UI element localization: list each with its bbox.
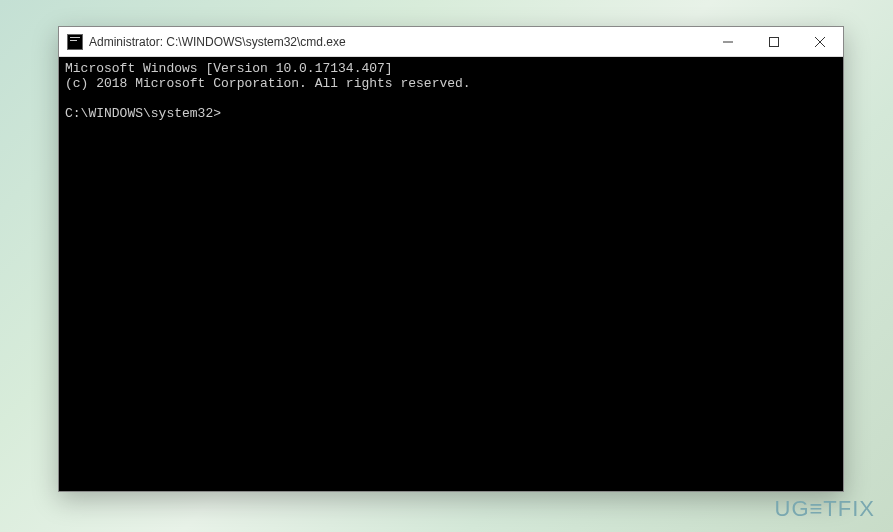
close-icon [815,37,825,47]
minimize-icon [723,37,733,47]
terminal-line: Microsoft Windows [Version 10.0.17134.40… [65,61,393,76]
minimize-button[interactable] [705,27,751,56]
maximize-icon [769,37,779,47]
terminal-prompt: C:\WINDOWS\system32> [65,106,221,121]
watermark-text: UG≡TFIX [775,496,876,522]
cmd-window: Administrator: C:\WINDOWS\system32\cmd.e… [58,26,844,492]
terminal-output[interactable]: Microsoft Windows [Version 10.0.17134.40… [59,57,843,491]
close-button[interactable] [797,27,843,56]
watermark-logo: UG≡TFIX [775,496,876,522]
cmd-icon [67,34,83,50]
maximize-button[interactable] [751,27,797,56]
window-controls [705,27,843,56]
svg-rect-1 [770,37,779,46]
titlebar[interactable]: Administrator: C:\WINDOWS\system32\cmd.e… [59,27,843,57]
window-title: Administrator: C:\WINDOWS\system32\cmd.e… [89,35,705,49]
terminal-line: (c) 2018 Microsoft Corporation. All righ… [65,76,471,91]
